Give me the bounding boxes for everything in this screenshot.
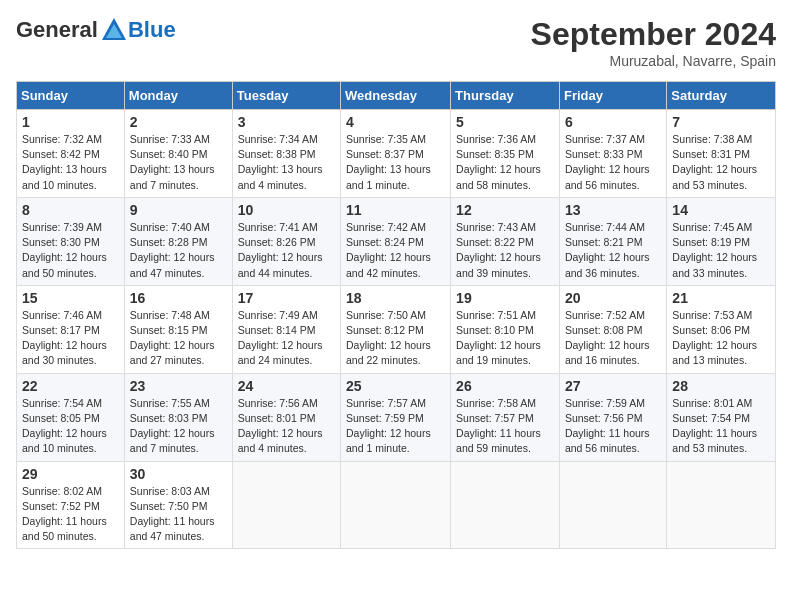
day-number: 17: [238, 290, 335, 306]
table-row: 10Sunrise: 7:41 AMSunset: 8:26 PMDayligh…: [232, 197, 340, 285]
table-row: 20Sunrise: 7:52 AMSunset: 8:08 PMDayligh…: [559, 285, 666, 373]
table-row: [559, 461, 666, 549]
day-number: 7: [672, 114, 770, 130]
table-row: 17Sunrise: 7:49 AMSunset: 8:14 PMDayligh…: [232, 285, 340, 373]
day-number: 28: [672, 378, 770, 394]
day-detail: Sunrise: 7:59 AMSunset: 7:56 PMDaylight:…: [565, 396, 661, 457]
day-detail: Sunrise: 8:01 AMSunset: 7:54 PMDaylight:…: [672, 396, 770, 457]
day-detail: Sunrise: 7:36 AMSunset: 8:35 PMDaylight:…: [456, 132, 554, 193]
day-number: 21: [672, 290, 770, 306]
day-number: 13: [565, 202, 661, 218]
day-detail: Sunrise: 7:45 AMSunset: 8:19 PMDaylight:…: [672, 220, 770, 281]
logo: General Blue: [16, 16, 176, 44]
day-detail: Sunrise: 7:51 AMSunset: 8:10 PMDaylight:…: [456, 308, 554, 369]
day-detail: Sunrise: 8:02 AMSunset: 7:52 PMDaylight:…: [22, 484, 119, 545]
table-row: 22Sunrise: 7:54 AMSunset: 8:05 PMDayligh…: [17, 373, 125, 461]
day-detail: Sunrise: 7:56 AMSunset: 8:01 PMDaylight:…: [238, 396, 335, 457]
day-number: 24: [238, 378, 335, 394]
table-row: 6Sunrise: 7:37 AMSunset: 8:33 PMDaylight…: [559, 110, 666, 198]
table-row: 27Sunrise: 7:59 AMSunset: 7:56 PMDayligh…: [559, 373, 666, 461]
day-number: 23: [130, 378, 227, 394]
col-sunday: Sunday: [17, 82, 125, 110]
day-detail: Sunrise: 7:43 AMSunset: 8:22 PMDaylight:…: [456, 220, 554, 281]
day-number: 3: [238, 114, 335, 130]
day-number: 6: [565, 114, 661, 130]
logo-text-general: General: [16, 17, 98, 43]
table-row: [341, 461, 451, 549]
day-detail: Sunrise: 7:48 AMSunset: 8:15 PMDaylight:…: [130, 308, 227, 369]
table-row: 12Sunrise: 7:43 AMSunset: 8:22 PMDayligh…: [451, 197, 560, 285]
day-detail: Sunrise: 7:53 AMSunset: 8:06 PMDaylight:…: [672, 308, 770, 369]
table-row: 19Sunrise: 7:51 AMSunset: 8:10 PMDayligh…: [451, 285, 560, 373]
day-detail: Sunrise: 7:46 AMSunset: 8:17 PMDaylight:…: [22, 308, 119, 369]
table-row: 21Sunrise: 7:53 AMSunset: 8:06 PMDayligh…: [667, 285, 776, 373]
table-row: 16Sunrise: 7:48 AMSunset: 8:15 PMDayligh…: [124, 285, 232, 373]
table-row: 1Sunrise: 7:32 AMSunset: 8:42 PMDaylight…: [17, 110, 125, 198]
table-row: 24Sunrise: 7:56 AMSunset: 8:01 PMDayligh…: [232, 373, 340, 461]
col-wednesday: Wednesday: [341, 82, 451, 110]
page-header: General Blue September 2024 Muruzabal, N…: [16, 16, 776, 69]
table-row: 28Sunrise: 8:01 AMSunset: 7:54 PMDayligh…: [667, 373, 776, 461]
day-number: 12: [456, 202, 554, 218]
day-number: 14: [672, 202, 770, 218]
logo-icon: [100, 16, 128, 44]
table-row: 18Sunrise: 7:50 AMSunset: 8:12 PMDayligh…: [341, 285, 451, 373]
col-thursday: Thursday: [451, 82, 560, 110]
table-row: [667, 461, 776, 549]
day-number: 29: [22, 466, 119, 482]
table-row: 14Sunrise: 7:45 AMSunset: 8:19 PMDayligh…: [667, 197, 776, 285]
table-row: 3Sunrise: 7:34 AMSunset: 8:38 PMDaylight…: [232, 110, 340, 198]
day-number: 4: [346, 114, 445, 130]
day-detail: Sunrise: 7:49 AMSunset: 8:14 PMDaylight:…: [238, 308, 335, 369]
day-detail: Sunrise: 7:57 AMSunset: 7:59 PMDaylight:…: [346, 396, 445, 457]
day-number: 9: [130, 202, 227, 218]
day-detail: Sunrise: 7:33 AMSunset: 8:40 PMDaylight:…: [130, 132, 227, 193]
col-tuesday: Tuesday: [232, 82, 340, 110]
day-number: 5: [456, 114, 554, 130]
day-detail: Sunrise: 7:50 AMSunset: 8:12 PMDaylight:…: [346, 308, 445, 369]
day-number: 2: [130, 114, 227, 130]
table-row: 29Sunrise: 8:02 AMSunset: 7:52 PMDayligh…: [17, 461, 125, 549]
table-row: 4Sunrise: 7:35 AMSunset: 8:37 PMDaylight…: [341, 110, 451, 198]
table-row: 23Sunrise: 7:55 AMSunset: 8:03 PMDayligh…: [124, 373, 232, 461]
day-detail: Sunrise: 7:38 AMSunset: 8:31 PMDaylight:…: [672, 132, 770, 193]
day-number: 8: [22, 202, 119, 218]
col-saturday: Saturday: [667, 82, 776, 110]
table-row: 30Sunrise: 8:03 AMSunset: 7:50 PMDayligh…: [124, 461, 232, 549]
day-detail: Sunrise: 7:39 AMSunset: 8:30 PMDaylight:…: [22, 220, 119, 281]
table-row: 9Sunrise: 7:40 AMSunset: 8:28 PMDaylight…: [124, 197, 232, 285]
table-row: [232, 461, 340, 549]
calendar-week-4: 22Sunrise: 7:54 AMSunset: 8:05 PMDayligh…: [17, 373, 776, 461]
table-row: 7Sunrise: 7:38 AMSunset: 8:31 PMDaylight…: [667, 110, 776, 198]
calendar-week-2: 8Sunrise: 7:39 AMSunset: 8:30 PMDaylight…: [17, 197, 776, 285]
logo-text-blue: Blue: [128, 17, 176, 43]
table-row: 13Sunrise: 7:44 AMSunset: 8:21 PMDayligh…: [559, 197, 666, 285]
day-detail: Sunrise: 7:40 AMSunset: 8:28 PMDaylight:…: [130, 220, 227, 281]
table-row: [451, 461, 560, 549]
day-detail: Sunrise: 7:52 AMSunset: 8:08 PMDaylight:…: [565, 308, 661, 369]
table-row: 26Sunrise: 7:58 AMSunset: 7:57 PMDayligh…: [451, 373, 560, 461]
table-row: 15Sunrise: 7:46 AMSunset: 8:17 PMDayligh…: [17, 285, 125, 373]
day-number: 18: [346, 290, 445, 306]
day-number: 30: [130, 466, 227, 482]
day-number: 25: [346, 378, 445, 394]
table-row: 2Sunrise: 7:33 AMSunset: 8:40 PMDaylight…: [124, 110, 232, 198]
day-detail: Sunrise: 7:55 AMSunset: 8:03 PMDaylight:…: [130, 396, 227, 457]
location-title: Muruzabal, Navarre, Spain: [531, 53, 776, 69]
day-number: 15: [22, 290, 119, 306]
day-detail: Sunrise: 7:58 AMSunset: 7:57 PMDaylight:…: [456, 396, 554, 457]
day-number: 26: [456, 378, 554, 394]
day-detail: Sunrise: 7:35 AMSunset: 8:37 PMDaylight:…: [346, 132, 445, 193]
day-detail: Sunrise: 7:54 AMSunset: 8:05 PMDaylight:…: [22, 396, 119, 457]
table-row: 25Sunrise: 7:57 AMSunset: 7:59 PMDayligh…: [341, 373, 451, 461]
table-row: 5Sunrise: 7:36 AMSunset: 8:35 PMDaylight…: [451, 110, 560, 198]
day-detail: Sunrise: 7:42 AMSunset: 8:24 PMDaylight:…: [346, 220, 445, 281]
day-detail: Sunrise: 7:32 AMSunset: 8:42 PMDaylight:…: [22, 132, 119, 193]
day-detail: Sunrise: 7:41 AMSunset: 8:26 PMDaylight:…: [238, 220, 335, 281]
day-number: 16: [130, 290, 227, 306]
day-number: 27: [565, 378, 661, 394]
day-detail: Sunrise: 7:34 AMSunset: 8:38 PMDaylight:…: [238, 132, 335, 193]
month-title: September 2024: [531, 16, 776, 53]
calendar-week-1: 1Sunrise: 7:32 AMSunset: 8:42 PMDaylight…: [17, 110, 776, 198]
calendar-header-row: Sunday Monday Tuesday Wednesday Thursday…: [17, 82, 776, 110]
